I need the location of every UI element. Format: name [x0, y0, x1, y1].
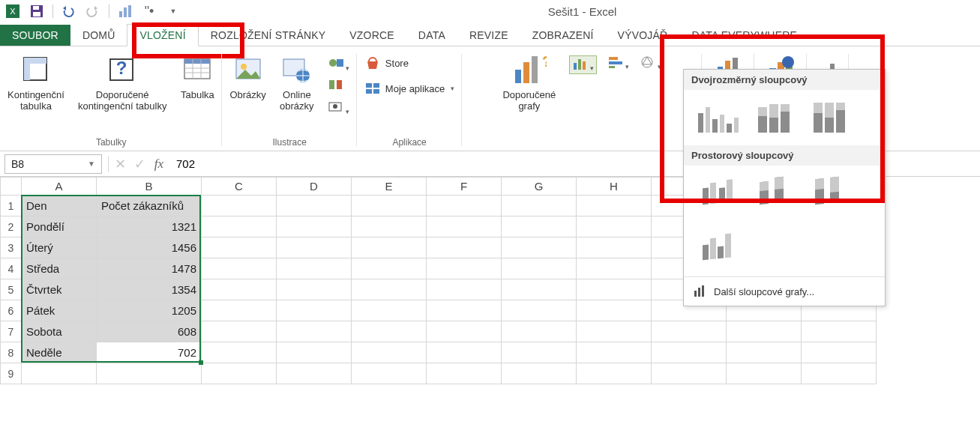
- cell[interactable]: [202, 258, 277, 279]
- cell-B8-active[interactable]: 702: [97, 342, 202, 363]
- my-apps-button[interactable]: Moje aplikace ▾: [364, 81, 455, 96]
- recommended-charts-button[interactable]: ? Doporučené grafy: [502, 52, 556, 112]
- row-header-7[interactable]: 7: [1, 321, 22, 342]
- cell[interactable]: [577, 321, 652, 342]
- cell[interactable]: [277, 363, 352, 384]
- cell[interactable]: [97, 363, 202, 384]
- cell[interactable]: [277, 196, 352, 217]
- pictures-button[interactable]: Obrázky: [229, 52, 265, 101]
- col-header-D[interactable]: D: [277, 178, 352, 196]
- select-all-corner[interactable]: [1, 178, 22, 196]
- cell[interactable]: [502, 258, 577, 279]
- smartart-small-button[interactable]: [328, 77, 349, 94]
- col-header-A[interactable]: A: [22, 178, 97, 196]
- cell-B4[interactable]: 1478: [97, 258, 202, 279]
- cell[interactable]: [352, 217, 427, 237]
- cell-B2[interactable]: 1321: [97, 217, 202, 237]
- cell[interactable]: [427, 342, 502, 363]
- clustered-column-thumb[interactable]: [694, 99, 742, 136]
- cell[interactable]: [727, 342, 802, 363]
- cell[interactable]: [277, 321, 352, 342]
- cell[interactable]: [277, 300, 352, 321]
- pivot-table-button[interactable]: Kontingenční tabulka: [7, 52, 64, 112]
- row-header-9[interactable]: 9: [1, 363, 22, 384]
- cell[interactable]: [202, 300, 277, 321]
- cell[interactable]: [502, 217, 577, 237]
- cell[interactable]: [202, 196, 277, 217]
- cell[interactable]: [652, 363, 727, 384]
- cell[interactable]: [427, 279, 502, 300]
- tab-zobrazeni[interactable]: ZOBRAZENÍ: [520, 25, 606, 46]
- col-header-H[interactable]: H: [577, 178, 652, 196]
- cell[interactable]: [502, 237, 577, 258]
- cell-B6[interactable]: 1205: [97, 300, 202, 321]
- cell[interactable]: [727, 363, 802, 384]
- cell[interactable]: [427, 258, 502, 279]
- cell[interactable]: [802, 342, 877, 363]
- cell[interactable]: [502, 300, 577, 321]
- cell[interactable]: [22, 363, 97, 384]
- cell-B1[interactable]: Počet zákazníků: [97, 196, 202, 217]
- tab-domu[interactable]: DOMŮ: [70, 25, 127, 46]
- row-header-5[interactable]: 5: [1, 279, 22, 300]
- online-pictures-button[interactable]: Online obrázky: [280, 52, 314, 112]
- col-header-G[interactable]: G: [502, 178, 577, 196]
- cell[interactable]: [577, 300, 652, 321]
- cell-A8[interactable]: Neděle: [22, 342, 97, 363]
- undo-button[interactable]: [61, 3, 77, 19]
- cell-B7[interactable]: 608: [97, 321, 202, 342]
- cell[interactable]: [352, 321, 427, 342]
- cell[interactable]: [202, 237, 277, 258]
- radar-chart-button[interactable]: ▾: [640, 55, 661, 74]
- name-box[interactable]: B8 ▼: [4, 154, 102, 174]
- cell[interactable]: [277, 237, 352, 258]
- qat-chart-icon[interactable]: [117, 3, 133, 19]
- screenshot-small-button[interactable]: ▾: [328, 99, 349, 116]
- stacked-3d-thumb[interactable]: [750, 175, 798, 212]
- cell[interactable]: [427, 321, 502, 342]
- cell-A6[interactable]: Pátek: [22, 300, 97, 321]
- cell-A2[interactable]: Pondělí: [22, 217, 97, 237]
- cell[interactable]: [577, 237, 652, 258]
- qat-customize-dropdown[interactable]: ▼: [165, 3, 181, 19]
- cell[interactable]: [202, 321, 277, 342]
- cell[interactable]: [427, 217, 502, 237]
- cell[interactable]: [427, 196, 502, 217]
- cell[interactable]: [427, 237, 502, 258]
- cell-A4[interactable]: Středa: [22, 258, 97, 279]
- cell[interactable]: [577, 258, 652, 279]
- tab-data-everywhere[interactable]: DATA EVERYWHERE: [679, 25, 809, 46]
- row-header-6[interactable]: 6: [1, 300, 22, 321]
- table-button[interactable]: Tabulka: [180, 52, 214, 101]
- cell[interactable]: [502, 342, 577, 363]
- tab-rozlozeni[interactable]: ROZLOŽENÍ STRÁNKY: [199, 25, 338, 46]
- cell[interactable]: [352, 237, 427, 258]
- cell[interactable]: [352, 300, 427, 321]
- tab-soubor[interactable]: SOUBOR: [0, 25, 70, 46]
- cell[interactable]: [277, 279, 352, 300]
- cell[interactable]: [202, 217, 277, 237]
- cell[interactable]: [802, 363, 877, 384]
- tab-data[interactable]: DATA: [406, 25, 457, 46]
- column-3d-thumb[interactable]: [694, 230, 742, 267]
- row-header-8[interactable]: 8: [1, 342, 22, 363]
- selection-handle[interactable]: [199, 360, 203, 365]
- tab-revize[interactable]: REVIZE: [457, 25, 520, 46]
- cell[interactable]: [277, 217, 352, 237]
- cell[interactable]: [577, 363, 652, 384]
- qat-quotes-icon[interactable]: "•: [141, 3, 157, 19]
- cell[interactable]: [577, 342, 652, 363]
- cell[interactable]: [202, 342, 277, 363]
- cell[interactable]: [427, 363, 502, 384]
- row-header-4[interactable]: 4: [1, 258, 22, 279]
- col-header-F[interactable]: F: [427, 178, 502, 196]
- cell[interactable]: [352, 258, 427, 279]
- cell[interactable]: [577, 279, 652, 300]
- cell[interactable]: [502, 196, 577, 217]
- cell[interactable]: [577, 196, 652, 217]
- cell[interactable]: [427, 300, 502, 321]
- cell[interactable]: [202, 279, 277, 300]
- recommended-pivot-button[interactable]: ? Doporučené kontingenční tabulky: [78, 52, 167, 112]
- redo-button[interactable]: [85, 3, 101, 19]
- cell[interactable]: [352, 363, 427, 384]
